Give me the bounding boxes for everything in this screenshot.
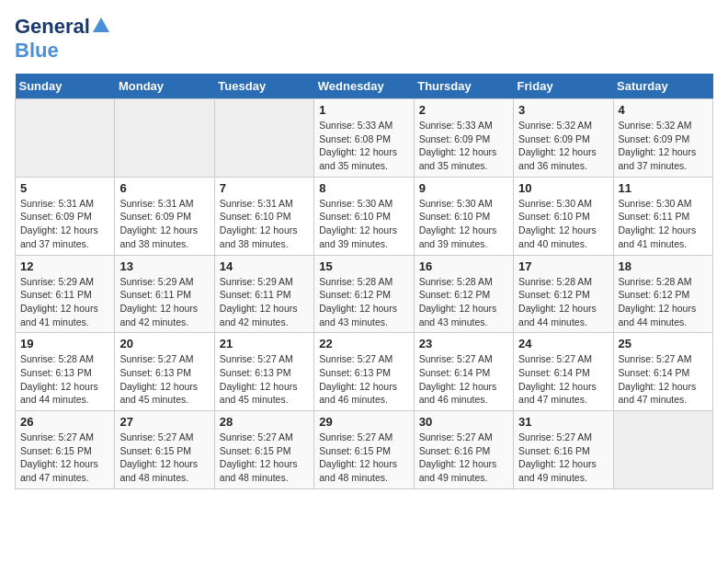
day-number: 9 <box>419 181 508 195</box>
calendar-cell: 13Sunrise: 5:29 AM Sunset: 6:11 PM Dayli… <box>115 255 214 333</box>
day-number: 31 <box>518 415 608 429</box>
page-header: General Blue <box>15 15 713 63</box>
calendar-week-row: 12Sunrise: 5:29 AM Sunset: 6:11 PM Dayli… <box>16 255 713 333</box>
calendar-week-row: 5Sunrise: 5:31 AM Sunset: 6:09 PM Daylig… <box>16 177 713 255</box>
day-info: Sunrise: 5:32 AM Sunset: 6:09 PM Dayligh… <box>518 119 608 173</box>
day-info: Sunrise: 5:27 AM Sunset: 6:13 PM Dayligh… <box>119 352 209 407</box>
day-number: 29 <box>319 415 408 429</box>
calendar-cell: 21Sunrise: 5:27 AM Sunset: 6:13 PM Dayli… <box>214 333 313 411</box>
weekday-header-friday: Friday <box>514 74 613 99</box>
calendar-cell: 16Sunrise: 5:28 AM Sunset: 6:12 PM Dayli… <box>414 255 513 333</box>
svg-marker-0 <box>93 17 109 32</box>
day-number: 24 <box>518 337 608 350</box>
day-number: 25 <box>619 337 708 350</box>
logo-blue: Blue <box>15 39 59 62</box>
day-number: 19 <box>20 337 109 350</box>
day-info: Sunrise: 5:29 AM Sunset: 6:11 PM Dayligh… <box>119 275 209 329</box>
day-number: 10 <box>518 181 608 195</box>
calendar-cell: 2Sunrise: 5:33 AM Sunset: 6:09 PM Daylig… <box>414 99 513 178</box>
day-info: Sunrise: 5:31 AM Sunset: 6:09 PM Dayligh… <box>119 197 209 251</box>
day-info: Sunrise: 5:29 AM Sunset: 6:11 PM Dayligh… <box>20 275 109 329</box>
day-info: Sunrise: 5:30 AM Sunset: 6:10 PM Dayligh… <box>419 197 508 251</box>
day-info: Sunrise: 5:28 AM Sunset: 6:12 PM Dayligh… <box>518 275 608 329</box>
day-number: 8 <box>319 181 408 195</box>
day-number: 23 <box>419 337 508 350</box>
day-number: 4 <box>619 103 708 117</box>
day-number: 17 <box>518 259 608 273</box>
day-info: Sunrise: 5:28 AM Sunset: 6:12 PM Dayligh… <box>319 275 408 329</box>
calendar-cell: 17Sunrise: 5:28 AM Sunset: 6:12 PM Dayli… <box>514 255 613 333</box>
day-info: Sunrise: 5:31 AM Sunset: 6:09 PM Dayligh… <box>20 197 109 251</box>
calendar-cell: 30Sunrise: 5:27 AM Sunset: 6:16 PM Dayli… <box>414 411 513 489</box>
day-number: 13 <box>119 259 209 273</box>
day-number: 18 <box>619 259 708 273</box>
calendar-cell <box>115 99 214 178</box>
calendar-cell: 7Sunrise: 5:31 AM Sunset: 6:10 PM Daylig… <box>214 177 313 255</box>
day-number: 26 <box>20 415 109 429</box>
day-info: Sunrise: 5:30 AM Sunset: 6:11 PM Dayligh… <box>619 197 708 251</box>
day-info: Sunrise: 5:27 AM Sunset: 6:13 PM Dayligh… <box>319 352 408 407</box>
calendar-cell: 23Sunrise: 5:27 AM Sunset: 6:14 PM Dayli… <box>414 333 513 411</box>
calendar-cell: 11Sunrise: 5:30 AM Sunset: 6:11 PM Dayli… <box>613 177 712 255</box>
day-number: 15 <box>319 259 408 273</box>
weekday-header-thursday: Thursday <box>414 74 513 99</box>
calendar-cell: 25Sunrise: 5:27 AM Sunset: 6:14 PM Dayli… <box>613 333 712 411</box>
calendar-cell: 6Sunrise: 5:31 AM Sunset: 6:09 PM Daylig… <box>115 177 214 255</box>
day-number: 6 <box>119 181 209 195</box>
calendar-cell: 27Sunrise: 5:27 AM Sunset: 6:15 PM Dayli… <box>115 411 214 489</box>
day-number: 14 <box>220 259 309 273</box>
day-number: 28 <box>220 415 309 429</box>
day-info: Sunrise: 5:27 AM Sunset: 6:14 PM Dayligh… <box>419 352 508 407</box>
calendar-cell: 9Sunrise: 5:30 AM Sunset: 6:10 PM Daylig… <box>414 177 513 255</box>
calendar-cell <box>16 99 115 178</box>
calendar-cell: 8Sunrise: 5:30 AM Sunset: 6:10 PM Daylig… <box>314 177 414 255</box>
day-info: Sunrise: 5:27 AM Sunset: 6:15 PM Dayligh… <box>319 431 408 485</box>
day-number: 1 <box>319 103 408 117</box>
day-info: Sunrise: 5:33 AM Sunset: 6:09 PM Dayligh… <box>419 119 508 173</box>
weekday-header-wednesday: Wednesday <box>314 74 414 99</box>
logo: General Blue <box>15 15 109 63</box>
day-number: 7 <box>220 181 309 195</box>
calendar-cell: 22Sunrise: 5:27 AM Sunset: 6:13 PM Dayli… <box>314 333 414 411</box>
calendar-table: SundayMondayTuesdayWednesdayThursdayFrid… <box>15 74 713 489</box>
day-info: Sunrise: 5:31 AM Sunset: 6:10 PM Dayligh… <box>220 197 309 251</box>
day-info: Sunrise: 5:32 AM Sunset: 6:09 PM Dayligh… <box>619 119 708 173</box>
calendar-cell: 26Sunrise: 5:27 AM Sunset: 6:15 PM Dayli… <box>16 411 115 489</box>
day-info: Sunrise: 5:27 AM Sunset: 6:15 PM Dayligh… <box>119 431 209 485</box>
calendar-cell: 19Sunrise: 5:28 AM Sunset: 6:13 PM Dayli… <box>16 333 115 411</box>
calendar-cell: 12Sunrise: 5:29 AM Sunset: 6:11 PM Dayli… <box>16 255 115 333</box>
day-number: 21 <box>220 337 309 350</box>
calendar-cell <box>613 411 712 489</box>
calendar-cell: 3Sunrise: 5:32 AM Sunset: 6:09 PM Daylig… <box>514 99 613 178</box>
calendar-week-row: 26Sunrise: 5:27 AM Sunset: 6:15 PM Dayli… <box>16 411 713 489</box>
day-info: Sunrise: 5:28 AM Sunset: 6:12 PM Dayligh… <box>619 275 708 329</box>
day-number: 30 <box>419 415 508 429</box>
day-info: Sunrise: 5:27 AM Sunset: 6:13 PM Dayligh… <box>220 352 309 407</box>
day-info: Sunrise: 5:27 AM Sunset: 6:14 PM Dayligh… <box>518 352 608 407</box>
weekday-header-monday: Monday <box>115 74 214 99</box>
day-info: Sunrise: 5:28 AM Sunset: 6:13 PM Dayligh… <box>20 352 109 407</box>
day-info: Sunrise: 5:27 AM Sunset: 6:14 PM Dayligh… <box>619 352 708 407</box>
weekday-header-tuesday: Tuesday <box>214 74 313 99</box>
calendar-cell: 20Sunrise: 5:27 AM Sunset: 6:13 PM Dayli… <box>115 333 214 411</box>
logo-triangle-icon <box>93 17 109 37</box>
weekday-header-saturday: Saturday <box>613 74 712 99</box>
calendar-cell: 28Sunrise: 5:27 AM Sunset: 6:15 PM Dayli… <box>214 411 313 489</box>
day-info: Sunrise: 5:33 AM Sunset: 6:08 PM Dayligh… <box>319 119 408 173</box>
day-info: Sunrise: 5:27 AM Sunset: 6:16 PM Dayligh… <box>419 431 508 485</box>
day-number: 27 <box>119 415 209 429</box>
day-info: Sunrise: 5:30 AM Sunset: 6:10 PM Dayligh… <box>319 197 408 251</box>
day-number: 2 <box>419 103 508 117</box>
day-info: Sunrise: 5:29 AM Sunset: 6:11 PM Dayligh… <box>220 275 309 329</box>
calendar-week-row: 19Sunrise: 5:28 AM Sunset: 6:13 PM Dayli… <box>16 333 713 411</box>
day-number: 12 <box>20 259 109 273</box>
calendar-cell: 14Sunrise: 5:29 AM Sunset: 6:11 PM Dayli… <box>214 255 313 333</box>
calendar-cell: 4Sunrise: 5:32 AM Sunset: 6:09 PM Daylig… <box>613 99 712 178</box>
day-info: Sunrise: 5:30 AM Sunset: 6:10 PM Dayligh… <box>518 197 608 251</box>
calendar-week-row: 1Sunrise: 5:33 AM Sunset: 6:08 PM Daylig… <box>16 99 713 178</box>
weekday-header-sunday: Sunday <box>16 74 115 99</box>
calendar-cell: 29Sunrise: 5:27 AM Sunset: 6:15 PM Dayli… <box>314 411 414 489</box>
day-number: 20 <box>119 337 209 350</box>
calendar-cell: 5Sunrise: 5:31 AM Sunset: 6:09 PM Daylig… <box>16 177 115 255</box>
calendar-cell: 15Sunrise: 5:28 AM Sunset: 6:12 PM Dayli… <box>314 255 414 333</box>
